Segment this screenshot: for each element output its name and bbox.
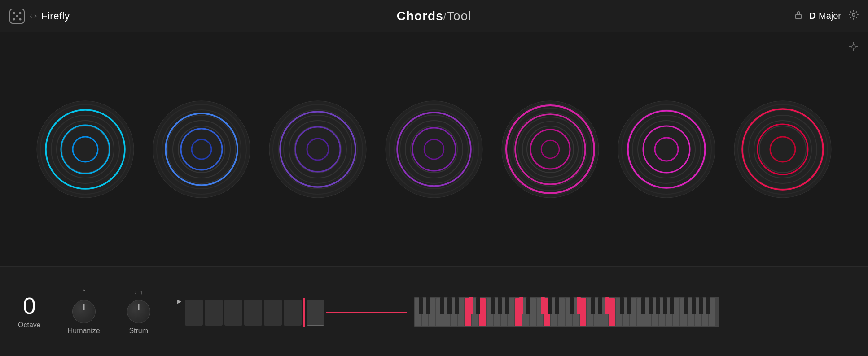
- svg-rect-129: [491, 297, 495, 314]
- humanize-knob[interactable]: [72, 300, 96, 323]
- seq-block-3[interactable]: [224, 300, 242, 326]
- chord-circle-4[interactable]: [382, 98, 486, 201]
- svg-rect-82: [429, 298, 435, 326]
- seq-block-6[interactable]: [284, 300, 302, 326]
- header: ‹ › Firefly Chords/Tool D Major: [0, 0, 868, 32]
- settings-icon[interactable]: [848, 9, 859, 22]
- svg-rect-121: [709, 298, 715, 326]
- svg-rect-131: [505, 297, 509, 314]
- svg-rect-145: [649, 297, 653, 314]
- svg-rect-146: [656, 297, 660, 314]
- svg-point-4: [19, 18, 22, 20]
- header-center: Chords/Tool: [397, 9, 472, 23]
- svg-rect-130: [498, 297, 502, 314]
- nav-forward[interactable]: ›: [34, 11, 37, 21]
- svg-rect-140: [598, 297, 602, 314]
- chord-circle-7[interactable]: [731, 98, 834, 201]
- strum-knob[interactable]: [127, 300, 150, 323]
- svg-rect-135: [548, 297, 552, 314]
- nav-arrows: ‹ ›: [30, 11, 37, 21]
- svg-rect-139: [591, 297, 595, 314]
- octave-value: 0: [23, 294, 36, 317]
- svg-rect-116: [673, 298, 679, 326]
- svg-rect-144: [641, 297, 645, 314]
- humanize-arrow-up: ⌃: [81, 288, 87, 295]
- svg-point-2: [19, 12, 22, 14]
- chord-circle-6[interactable]: [615, 98, 718, 201]
- piano-keyboard: [414, 294, 719, 330]
- seq-line: [326, 312, 407, 313]
- seq-cursor: [303, 298, 305, 327]
- seq-block-2[interactable]: [205, 300, 223, 326]
- octave-label: Octave: [18, 321, 41, 329]
- bottom-panel: 0 Octave ⌃ Humanize ↓ ↑ Strum ▶: [0, 266, 868, 356]
- header-right: D Major: [794, 9, 859, 22]
- svg-rect-138: [577, 297, 581, 314]
- svg-rect-86: [458, 298, 464, 326]
- chord-circle-2[interactable]: [150, 98, 253, 201]
- seq-block-1[interactable]: [185, 300, 203, 326]
- strum-down-arrow: ↓: [134, 288, 137, 295]
- svg-rect-110: [630, 298, 636, 326]
- svg-rect-93: [508, 298, 514, 326]
- strum-up-arrow: ↑: [140, 288, 143, 295]
- svg-rect-89: [479, 298, 486, 326]
- svg-rect-128: [476, 297, 480, 314]
- seq-block-4[interactable]: [244, 300, 262, 326]
- preset-name: Firefly: [41, 10, 70, 22]
- svg-rect-122: [419, 297, 423, 314]
- svg-rect-152: [706, 297, 710, 314]
- seq-block-5[interactable]: [264, 300, 282, 326]
- svg-rect-143: [627, 297, 631, 314]
- svg-point-5: [16, 15, 18, 17]
- chords-area: [0, 32, 868, 266]
- svg-point-7: [852, 13, 855, 16]
- lock-icon[interactable]: [794, 10, 802, 22]
- sequencer-area: ▶: [177, 267, 850, 356]
- humanize-label: Humanize: [68, 327, 100, 335]
- seq-block-active[interactable]: [307, 300, 324, 326]
- crosshair-icon[interactable]: [848, 41, 859, 55]
- main-content: 0 Octave ⌃ Humanize ↓ ↑ Strum ▶: [0, 32, 868, 356]
- key-note: D: [810, 11, 816, 21]
- svg-rect-103: [580, 298, 586, 326]
- svg-rect-142: [620, 297, 624, 314]
- key-display: D Major: [810, 11, 841, 21]
- chord-circle-1[interactable]: [34, 98, 137, 201]
- chord-circle-3[interactable]: [266, 98, 369, 201]
- svg-rect-6: [796, 14, 801, 19]
- svg-rect-134: [541, 297, 545, 314]
- humanize-control: ⌃ Humanize: [68, 288, 100, 335]
- svg-rect-100: [558, 298, 565, 326]
- strum-arrows: ↓ ↑: [134, 288, 143, 295]
- svg-rect-124: [440, 297, 444, 314]
- svg-rect-147: [663, 297, 667, 314]
- svg-rect-148: [670, 297, 674, 314]
- svg-rect-136: [555, 297, 559, 314]
- svg-point-50: [502, 101, 599, 198]
- header-left: ‹ › Firefly: [9, 8, 70, 24]
- svg-point-1: [13, 12, 15, 14]
- svg-rect-132: [519, 297, 523, 314]
- svg-rect-149: [684, 297, 688, 314]
- svg-rect-125: [447, 297, 452, 314]
- key-scale: Major: [819, 11, 841, 21]
- svg-point-3: [13, 18, 15, 20]
- svg-rect-126: [455, 297, 459, 314]
- logo-icon[interactable]: [9, 8, 25, 24]
- svg-point-8: [852, 45, 855, 48]
- nav-back[interactable]: ‹: [30, 11, 32, 21]
- strum-control: ↓ ↑ Strum: [127, 288, 150, 335]
- play-button[interactable]: ▶: [177, 298, 181, 304]
- svg-rect-123: [426, 297, 430, 314]
- octave-control: 0 Octave: [18, 294, 41, 329]
- svg-rect-133: [526, 297, 530, 314]
- strum-label: Strum: [129, 327, 148, 335]
- svg-rect-96: [530, 298, 536, 326]
- svg-rect-127: [469, 297, 473, 314]
- app-title: Chords/Tool: [397, 9, 472, 23]
- svg-marker-13: [853, 42, 855, 43]
- svg-rect-151: [699, 297, 703, 314]
- chord-circle-5[interactable]: [499, 98, 602, 201]
- svg-rect-141: [605, 297, 609, 314]
